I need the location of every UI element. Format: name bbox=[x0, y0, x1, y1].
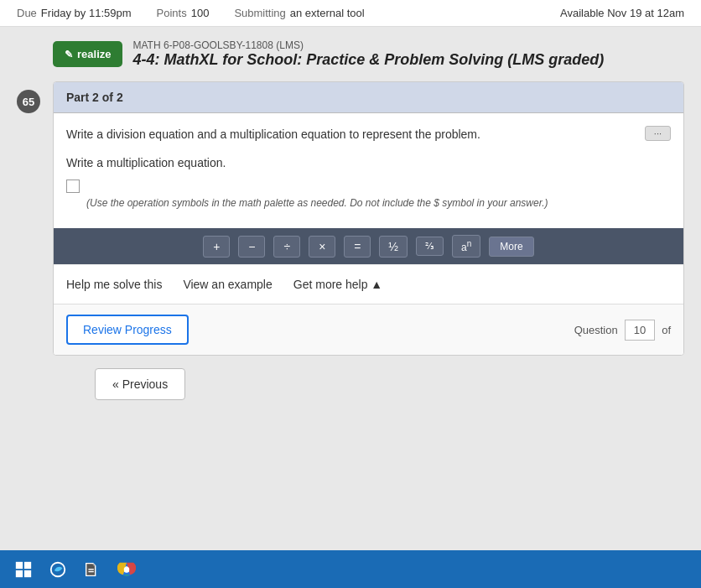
review-progress-button[interactable]: Review Progress bbox=[66, 315, 189, 345]
answer-checkbox[interactable] bbox=[66, 180, 80, 193]
bottom-bar: Review Progress Question 10 of bbox=[54, 304, 683, 355]
chrome-icon[interactable] bbox=[112, 554, 142, 585]
expand-button[interactable]: ··· bbox=[645, 126, 671, 141]
prev-area: « Previous bbox=[53, 356, 684, 417]
course-title: 4-4: MathXL for School: Practice & Probl… bbox=[132, 51, 604, 69]
svg-rect-5 bbox=[88, 569, 93, 570]
edge-icon[interactable] bbox=[43, 554, 73, 585]
part-label: Part 2 of 2 bbox=[66, 91, 123, 104]
svg-point-9 bbox=[124, 566, 129, 571]
submitting-label: Submitting bbox=[234, 7, 285, 19]
svg-rect-3 bbox=[24, 570, 31, 576]
available-label: Available bbox=[560, 7, 605, 19]
palette-superscript[interactable]: an bbox=[452, 235, 480, 258]
svg-rect-2 bbox=[16, 570, 23, 576]
palette-plus[interactable]: + bbox=[203, 236, 230, 258]
top-bar: Due Friday by 11:59pm Points 100 Submitt… bbox=[0, 0, 701, 27]
svg-rect-0 bbox=[16, 561, 23, 568]
palette-multiply[interactable]: × bbox=[309, 236, 335, 258]
points-label: Points bbox=[157, 7, 187, 19]
help-row: Help me solve this View an example Get m… bbox=[54, 264, 683, 304]
submitting-info: Submitting an external tool bbox=[234, 7, 364, 19]
question-number-display: 10 bbox=[625, 320, 655, 341]
points-value: 100 bbox=[191, 7, 210, 19]
due-info: Due Friday by 11:59pm bbox=[17, 7, 132, 19]
get-more-help-link[interactable]: Get more help ▲ bbox=[293, 278, 382, 291]
palette-more[interactable]: More bbox=[489, 237, 533, 257]
edit-icon: ✎ bbox=[65, 49, 73, 60]
svg-rect-6 bbox=[88, 570, 93, 571]
of-label: of bbox=[662, 324, 671, 336]
question-navigation: Question 10 of bbox=[574, 320, 671, 341]
due-value: Friday by 11:59pm bbox=[41, 7, 132, 19]
realize-label: realize bbox=[77, 48, 111, 60]
palette-divide[interactable]: ÷ bbox=[273, 236, 300, 258]
sub-question-text: Write a multiplication equation. bbox=[66, 156, 671, 169]
question-body: Write a division equation and a multipli… bbox=[54, 113, 683, 228]
palette-minus[interactable]: − bbox=[238, 236, 265, 258]
question-nav-label: Question bbox=[574, 324, 618, 336]
part-header: Part 2 of 2 bbox=[54, 82, 683, 113]
palette-equals[interactable]: = bbox=[344, 236, 371, 258]
svg-rect-1 bbox=[24, 561, 31, 568]
available-value: Nov 19 at 12am bbox=[607, 7, 684, 19]
help-me-solve-link[interactable]: Help me solve this bbox=[66, 278, 162, 291]
due-label: Due bbox=[17, 7, 37, 19]
palette-half[interactable]: ½ bbox=[379, 236, 408, 258]
files-icon[interactable] bbox=[77, 554, 107, 585]
main-area: 65 ✎ realize MATH 6-P08-GOOLSBY-11808 (L… bbox=[0, 27, 701, 429]
windows-icon[interactable] bbox=[8, 554, 39, 585]
palette-fraction[interactable]: ⅔ bbox=[416, 237, 444, 256]
math-palette: + − ÷ × = ½ ⅔ an More bbox=[54, 228, 683, 264]
course-code: MATH 6-P08-GOOLSBY-11808 (LMS) bbox=[132, 39, 604, 51]
question-number-badge: 65 bbox=[17, 90, 40, 113]
realize-header: ✎ realize MATH 6-P08-GOOLSBY-11808 (LMS)… bbox=[53, 39, 684, 69]
content-panel: ✎ realize MATH 6-P08-GOOLSBY-11808 (LMS)… bbox=[53, 39, 684, 417]
question-card: Part 2 of 2 Write a division equation an… bbox=[53, 81, 684, 356]
main-question-text: Write a division equation and a multipli… bbox=[66, 126, 671, 143]
answer-area bbox=[66, 178, 671, 193]
points-info: Points 100 bbox=[157, 7, 210, 19]
submitting-value: an external tool bbox=[290, 7, 365, 19]
previous-button[interactable]: « Previous bbox=[95, 368, 185, 400]
course-info-block: MATH 6-P08-GOOLSBY-11808 (LMS) 4-4: Math… bbox=[132, 39, 604, 69]
answer-hint: (Use the operation symbols in the math p… bbox=[86, 197, 671, 209]
view-example-link[interactable]: View an example bbox=[183, 278, 272, 291]
available-info: Available Nov 19 at 12am bbox=[560, 7, 684, 19]
realize-button[interactable]: ✎ realize bbox=[53, 41, 122, 67]
taskbar bbox=[0, 550, 701, 588]
